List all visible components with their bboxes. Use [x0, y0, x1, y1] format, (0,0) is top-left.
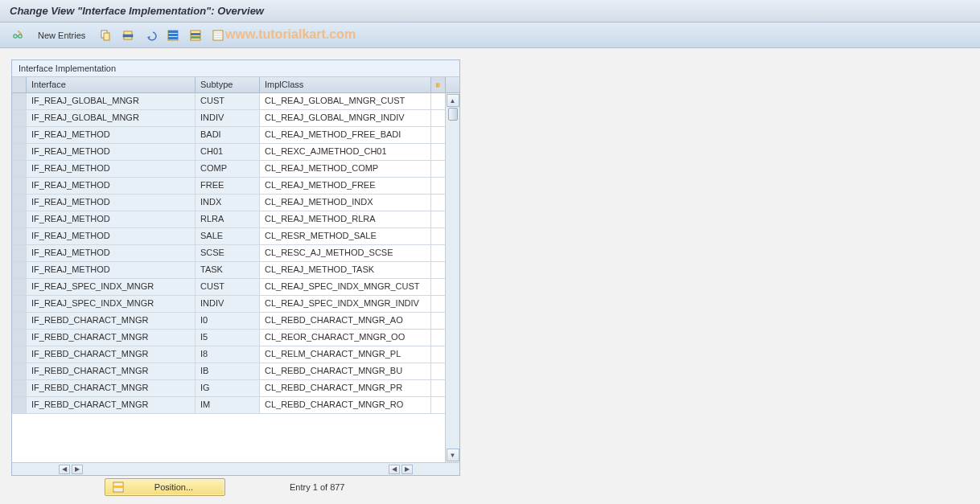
cell-subtype[interactable]: I5	[196, 330, 260, 346]
table-row[interactable]: IF_REAJ_METHODCH01CL_REXC_AJMETHOD_CH01	[12, 144, 459, 161]
scroll-left2-button[interactable]: ◀	[389, 465, 400, 474]
row-selector[interactable]	[12, 279, 27, 295]
copy-button[interactable]	[96, 27, 115, 44]
scroll-right-button[interactable]: ▶	[72, 465, 83, 474]
scroll-up-button[interactable]: ▲	[447, 94, 459, 107]
row-selector[interactable]	[12, 245, 27, 261]
scroll-track[interactable]	[447, 108, 459, 448]
cell-subtype[interactable]: INDX	[196, 195, 260, 211]
cell-interface[interactable]: IF_REAJ_METHOD	[27, 211, 196, 227]
table-row[interactable]: IF_REAJ_METHODINDXCL_REAJ_METHOD_INDX	[12, 195, 459, 211]
cell-interface[interactable]: IF_REAJ_GLOBAL_MNGR	[27, 93, 196, 109]
row-selector[interactable]	[12, 330, 27, 346]
cell-subtype[interactable]: TASK	[196, 262, 260, 278]
cell-interface[interactable]: IF_REBD_CHARACT_MNGR	[27, 397, 196, 413]
table-row[interactable]: IF_REAJ_GLOBAL_MNGRCUSTCL_REAJ_GLOBAL_MN…	[12, 93, 459, 110]
table-row[interactable]: IF_REAJ_METHODTASKCL_REAJ_METHOD_TASK	[12, 262, 459, 279]
column-header-implclass[interactable]: ImplClass	[260, 77, 431, 92]
row-selector[interactable]	[12, 397, 27, 413]
table-row[interactable]: IF_REBD_CHARACT_MNGRIGCL_REBD_CHARACT_MN…	[12, 380, 459, 397]
cell-implclass[interactable]: CL_REAJ_METHOD_FREE	[260, 178, 431, 194]
scroll-thumb[interactable]	[448, 108, 458, 121]
cell-interface[interactable]: IF_REAJ_METHOD	[27, 178, 196, 194]
cell-interface[interactable]: IF_REAJ_METHOD	[27, 195, 196, 211]
row-selector[interactable]	[12, 262, 27, 278]
cell-subtype[interactable]: RLRA	[196, 211, 260, 227]
table-row[interactable]: IF_REAJ_METHODFREECL_REAJ_METHOD_FREE	[12, 178, 459, 195]
cell-interface[interactable]: IF_REAJ_SPEC_INDX_MNGR	[27, 296, 196, 312]
row-selector[interactable]	[12, 346, 27, 363]
row-selector[interactable]	[12, 178, 27, 194]
cell-implclass[interactable]: CL_RESC_AJ_METHOD_SCSE	[260, 245, 431, 261]
table-row[interactable]: IF_REAJ_METHODBADICL_REAJ_METHOD_FREE_BA…	[12, 127, 459, 144]
table-row[interactable]: IF_REAJ_METHODCOMPCL_REAJ_METHOD_COMP	[12, 161, 459, 178]
cell-subtype[interactable]: CH01	[196, 144, 260, 160]
cell-subtype[interactable]: IG	[196, 380, 260, 396]
cell-subtype[interactable]: I0	[196, 313, 260, 329]
table-row[interactable]: IF_REAJ_GLOBAL_MNGRINDIVCL_REAJ_GLOBAL_M…	[12, 110, 459, 127]
table-row[interactable]: IF_REAJ_METHODRLRACL_REAJ_METHOD_RLRA	[12, 211, 459, 228]
cell-implclass[interactable]: CL_REAJ_SPEC_INDX_MNGR_INDIV	[260, 296, 431, 312]
cell-implclass[interactable]: CL_REBD_CHARACT_MNGR_PR	[260, 380, 431, 396]
row-selector[interactable]	[12, 363, 27, 379]
cell-subtype[interactable]: SCSE	[196, 245, 260, 261]
delete-button[interactable]	[118, 27, 138, 44]
deselect-all-button[interactable]	[208, 27, 228, 44]
cell-implclass[interactable]: CL_RESR_METHOD_SALE	[260, 228, 431, 244]
cell-implclass[interactable]: CL_REAJ_GLOBAL_MNGR_CUST	[260, 93, 431, 109]
table-row[interactable]: IF_REBD_CHARACT_MNGRIMCL_REBD_CHARACT_MN…	[12, 397, 459, 414]
cell-implclass[interactable]: CL_REOR_CHARACT_MNGR_OO	[260, 330, 431, 346]
table-row[interactable]: IF_REAJ_SPEC_INDX_MNGRINDIVCL_REAJ_SPEC_…	[12, 296, 459, 313]
cell-interface[interactable]: IF_REBD_CHARACT_MNGR	[27, 363, 196, 379]
select-all-button[interactable]	[163, 27, 183, 44]
row-selector[interactable]	[12, 195, 27, 211]
cell-implclass[interactable]: CL_REBD_CHARACT_MNGR_RO	[260, 397, 431, 413]
cell-subtype[interactable]: FREE	[196, 178, 260, 194]
column-header-interface[interactable]: Interface	[27, 77, 196, 92]
vertical-scrollbar[interactable]: ▲ ▼	[445, 93, 459, 462]
row-selector[interactable]	[12, 161, 27, 177]
table-row[interactable]: IF_REAJ_SPEC_INDX_MNGRCUSTCL_REAJ_SPEC_I…	[12, 279, 459, 296]
table-row[interactable]: IF_REBD_CHARACT_MNGRI8CL_RELM_CHARACT_MN…	[12, 346, 459, 363]
table-row[interactable]: IF_REBD_CHARACT_MNGRIBCL_REBD_CHARACT_MN…	[12, 363, 459, 380]
row-selector[interactable]	[12, 380, 27, 396]
row-selector-header[interactable]	[12, 77, 27, 92]
cell-subtype[interactable]: CUST	[196, 279, 260, 295]
cell-implclass[interactable]: CL_REXC_AJMETHOD_CH01	[260, 144, 431, 160]
cell-interface[interactable]: IF_REBD_CHARACT_MNGR	[27, 313, 196, 329]
cell-subtype[interactable]: COMP	[196, 161, 260, 177]
cell-subtype[interactable]: INDIV	[196, 110, 260, 126]
cell-subtype[interactable]: I8	[196, 346, 260, 363]
column-header-subtype[interactable]: Subtype	[196, 77, 260, 92]
table-row[interactable]: IF_REBD_CHARACT_MNGRI0CL_REBD_CHARACT_MN…	[12, 313, 459, 330]
undo-button[interactable]	[141, 27, 160, 44]
cell-implclass[interactable]: CL_RELM_CHARACT_MNGR_PL	[260, 346, 431, 363]
cell-interface[interactable]: IF_REAJ_METHOD	[27, 228, 196, 244]
table-row[interactable]: IF_REAJ_METHODSCSECL_RESC_AJ_METHOD_SCSE	[12, 245, 459, 262]
row-selector[interactable]	[12, 211, 27, 227]
cell-subtype[interactable]: BADI	[196, 127, 260, 143]
row-selector[interactable]	[12, 228, 27, 244]
cell-subtype[interactable]: CUST	[196, 93, 260, 109]
cell-interface[interactable]: IF_REAJ_GLOBAL_MNGR	[27, 110, 196, 126]
select-block-button[interactable]	[186, 27, 205, 44]
cell-implclass[interactable]: CL_REBD_CHARACT_MNGR_BU	[260, 363, 431, 379]
table-row[interactable]: IF_REBD_CHARACT_MNGRI5CL_REOR_CHARACT_MN…	[12, 330, 459, 346]
cell-interface[interactable]: IF_REAJ_METHOD	[27, 127, 196, 143]
column-config-button[interactable]	[431, 77, 446, 92]
cell-interface[interactable]: IF_REAJ_SPEC_INDX_MNGR	[27, 279, 196, 295]
scroll-down-button[interactable]: ▼	[447, 449, 459, 461]
scroll-right2-button[interactable]: ▶	[401, 465, 413, 474]
cell-implclass[interactable]: CL_REBD_CHARACT_MNGR_AO	[260, 313, 431, 329]
row-selector[interactable]	[12, 313, 27, 329]
cell-interface[interactable]: IF_REBD_CHARACT_MNGR	[27, 346, 196, 363]
cell-subtype[interactable]: IM	[196, 397, 260, 413]
cell-interface[interactable]: IF_REBD_CHARACT_MNGR	[27, 380, 196, 396]
row-selector[interactable]	[12, 110, 27, 126]
cell-implclass[interactable]: CL_REAJ_METHOD_INDX	[260, 195, 431, 211]
horizontal-scrollbar[interactable]: ◀ ▶ ◀ ▶	[12, 462, 459, 475]
new-entries-button[interactable]: New Entries	[31, 27, 93, 44]
row-selector[interactable]	[12, 93, 27, 109]
cell-interface[interactable]: IF_REAJ_METHOD	[27, 245, 196, 261]
cell-subtype[interactable]: IB	[196, 363, 260, 379]
